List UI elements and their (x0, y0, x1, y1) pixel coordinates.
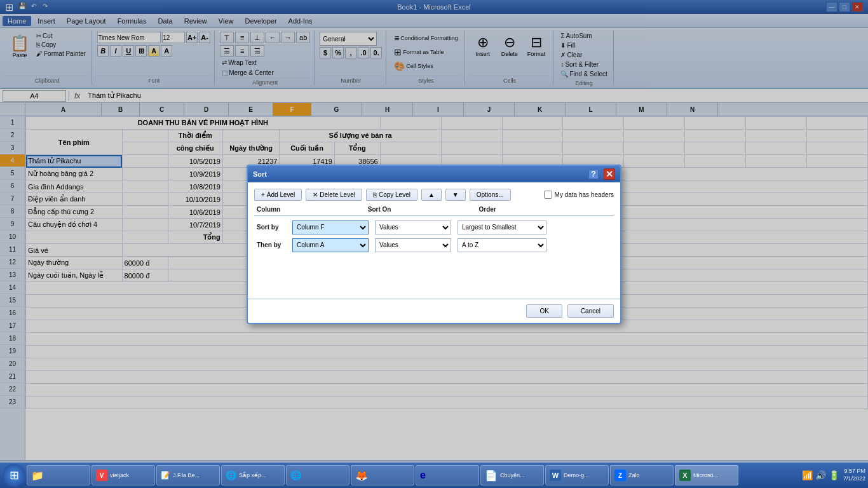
dialog-spacer (254, 254, 614, 292)
clock-date: 7/1/2022 (843, 475, 865, 483)
pdf-label: Chuyên... (500, 472, 525, 478)
start-button[interactable]: ⊞ (3, 464, 25, 487)
sort-dialog-title-controls: ? ✕ (588, 168, 615, 180)
then-by-order-select[interactable]: A to Z (458, 238, 546, 252)
systray: 📶 🔊 🔋 (802, 470, 839, 480)
taskbar-chrome-sort[interactable]: 🌐 Sắp xếp... (221, 465, 285, 485)
volume-icon[interactable]: 🔊 (815, 470, 826, 480)
chrome-sort-label: Sắp xếp... (239, 472, 266, 478)
taskbar-pdf[interactable]: 📄 Chuyên... (480, 465, 544, 485)
my-data-headers-label: My data has headers (544, 191, 614, 199)
taskbar-word[interactable]: W Demo-g... (545, 465, 609, 485)
taskbar-file-explorer[interactable]: 📁 (27, 465, 90, 485)
then-by-label: Then by (254, 241, 292, 248)
taskbar-firefox[interactable]: 🦊 (351, 465, 414, 485)
copy-icon-sort: ⎘ (373, 191, 377, 198)
vietjack-icon: V (96, 470, 107, 481)
sort-by-order-select[interactable]: Largest to Smallest (458, 220, 546, 234)
jfla-icon: 📝 (161, 471, 170, 480)
vietjack-label: vietjack (110, 472, 129, 478)
options-btn[interactable]: Options... (470, 189, 511, 201)
delete-level-btn[interactable]: ✕ Delete Level (306, 189, 362, 201)
excel-label: Microsо... (693, 472, 718, 478)
sort-by-col-select[interactable]: Column F (292, 220, 369, 234)
taskbar-excel[interactable]: X Microsо... (675, 465, 738, 485)
clock-time: 9:57 PM (843, 468, 865, 475)
sort-dialog: Sort ? ✕ + Add Level ✕ Delete Level ⎘ (247, 165, 621, 324)
excel-icon: X (679, 470, 691, 481)
taskbar: ⊞ 📁 V vietjack 📝 J.F.la Be... 🌐 Sắp xếp.… (0, 463, 868, 488)
delete-icon-sort: ✕ (313, 191, 318, 198)
sort-dialog-title: Sort ? ✕ (248, 166, 620, 182)
word-icon: W (550, 470, 561, 481)
sort-dialog-footer: OK Cancel (248, 299, 620, 323)
ie-icon: e (420, 470, 426, 481)
sort-dialog-close-btn[interactable]: ✕ (604, 168, 615, 180)
sort-dialog-title-label: Sort (253, 170, 267, 178)
add-level-btn[interactable]: + Add Level (254, 189, 302, 201)
sort-by-label: Sort by (254, 224, 292, 231)
taskbar-zalo[interactable]: Z Zalo (610, 465, 674, 485)
sort-by-row: Sort by Column F Values Largest to Small… (254, 219, 614, 236)
taskbar-right: 📶 🔊 🔋 9:57 PM 7/1/2022 (802, 468, 865, 482)
sort-by-sorton-select[interactable]: Values (375, 220, 451, 234)
sort-on-header-label: Sort On (365, 206, 477, 213)
pdf-icon: 📄 (485, 470, 498, 482)
sort-cancel-btn[interactable]: Cancel (567, 304, 614, 318)
chrome2-icon: 🌐 (290, 470, 301, 480)
zalo-label: Zalo (628, 472, 640, 478)
sort-dialog-body: + Add Level ✕ Delete Level ⎘ Copy Level … (248, 182, 620, 299)
then-by-col-select[interactable]: Column A (292, 238, 369, 252)
jfla-label: J.F.la Be... (173, 472, 200, 478)
sort-ok-btn[interactable]: OK (526, 304, 562, 318)
order-header-label: Order (477, 206, 614, 213)
word-label: Demo-g... (564, 472, 589, 478)
sort-dialog-overlay: Sort ? ✕ + Add Level ✕ Delete Level ⎘ (0, 0, 868, 488)
battery-icon[interactable]: 🔋 (829, 470, 839, 480)
taskbar-ie[interactable]: e (416, 465, 479, 485)
column-header-label: Column (254, 206, 365, 213)
chrome-icon: 🌐 (226, 470, 236, 480)
network-icon[interactable]: 📶 (802, 470, 813, 480)
copy-level-btn[interactable]: ⎘ Copy Level (366, 189, 417, 201)
add-icon: + (261, 191, 265, 198)
file-explorer-icon: 📁 (31, 470, 44, 482)
sort-headers: Column Sort On Order (254, 206, 614, 216)
my-data-headers-checkbox[interactable] (544, 191, 552, 199)
move-down-btn[interactable]: ▼ (445, 189, 466, 201)
taskbar-vietjack[interactable]: V vietjack (92, 465, 155, 485)
then-by-sorton-select[interactable]: Values (375, 238, 451, 252)
zalo-icon: Z (614, 470, 626, 481)
then-by-row: Then by Column A Values A to Z (254, 236, 614, 254)
move-up-btn[interactable]: ▲ (421, 189, 442, 201)
clock[interactable]: 9:57 PM 7/1/2022 (843, 468, 865, 482)
sort-toolbar: + Add Level ✕ Delete Level ⎘ Copy Level … (254, 189, 614, 201)
taskbar-jfla[interactable]: 📝 J.F.la Be... (156, 465, 220, 485)
sort-dialog-help-btn[interactable]: ? (588, 169, 599, 179)
firefox-icon: 🦊 (355, 470, 368, 482)
taskbar-chrome2[interactable]: 🌐 (286, 465, 349, 485)
